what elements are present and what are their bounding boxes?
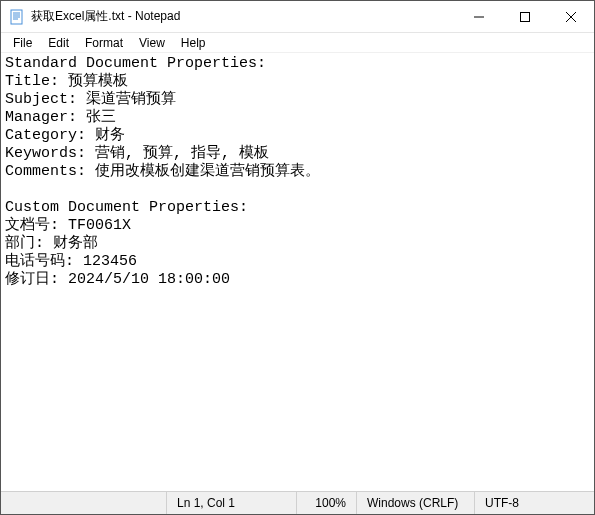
titlebar: 获取Excel属性.txt - Notepad (1, 1, 594, 33)
maximize-button[interactable] (502, 1, 548, 32)
menu-file[interactable]: File (5, 35, 40, 51)
window-controls (456, 1, 594, 32)
menubar: File Edit Format View Help (1, 33, 594, 53)
menu-help[interactable]: Help (173, 35, 214, 51)
statusbar: Ln 1, Col 1 100% Windows (CRLF) UTF-8 (1, 491, 594, 514)
menu-view[interactable]: View (131, 35, 173, 51)
svg-rect-6 (521, 12, 530, 21)
minimize-button[interactable] (456, 1, 502, 32)
status-line-ending: Windows (CRLF) (356, 492, 474, 514)
status-caret-position: Ln 1, Col 1 (166, 492, 296, 514)
menu-edit[interactable]: Edit (40, 35, 77, 51)
menu-format[interactable]: Format (77, 35, 131, 51)
status-zoom[interactable]: 100% (296, 492, 356, 514)
status-empty (1, 492, 166, 514)
window-title: 获取Excel属性.txt - Notepad (31, 8, 180, 25)
close-button[interactable] (548, 1, 594, 32)
status-encoding: UTF-8 (474, 492, 594, 514)
notepad-icon (9, 9, 25, 25)
text-editor[interactable]: Standard Document Properties: Title: 预算模… (1, 53, 594, 491)
